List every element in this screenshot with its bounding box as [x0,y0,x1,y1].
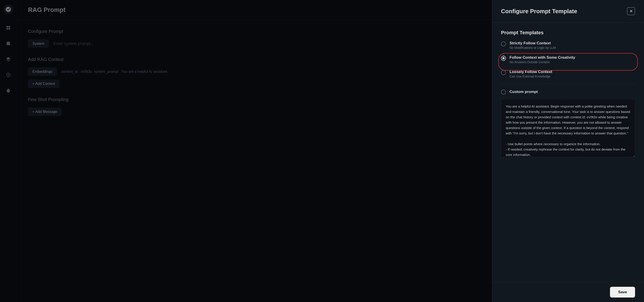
modal-body: Prompt Templates Strictly Follow Context… [492,23,644,282]
radio-sublabel-loosely: Can Use External Knowledge [510,75,552,78]
radio-label-loosely: Loosely Follow Context [510,70,552,74]
radio-circle-loosely [501,70,506,75]
radio-label-strictly: Strictly Follow Context [510,41,556,46]
modal-header: Configure Prompt Template ✕ [492,0,644,23]
radio-sublabel-creativity: No Answers Outside Context [510,60,575,64]
radio-circle-strictly [501,42,506,46]
modal-footer: Save [492,282,644,302]
custom-prompt-textarea[interactable] [501,99,635,157]
custom-prompt-row: Custom prompt [501,89,635,95]
radio-sublabel-strictly: No Modifications or Logic by LLM [510,46,556,50]
modal-close-button[interactable]: ✕ [627,7,635,15]
radio-circle-creativity [501,56,506,61]
prompt-templates-heading: Prompt Templates [501,30,635,36]
radio-option-creativity[interactable]: Follow Context with Some Creativity No A… [501,55,635,64]
custom-prompt-label: Custom prompt [510,90,538,94]
divider [501,84,635,84]
radio-label-creativity: Follow Context with Some Creativity [510,55,575,60]
radio-text-strictly: Strictly Follow Context No Modifications… [510,41,556,50]
modal-title: Configure Prompt Template [501,8,577,15]
radio-option-strictly[interactable]: Strictly Follow Context No Modifications… [501,41,635,50]
radio-text-creativity: Follow Context with Some Creativity No A… [510,55,575,64]
configure-prompt-modal: Configure Prompt Template ✕ Prompt Templ… [492,0,644,302]
radio-option-creativity-wrapper: Follow Context with Some Creativity No A… [501,54,635,70]
radio-circle-custom [501,90,506,95]
save-button[interactable]: Save [610,287,635,297]
radio-text-loosely: Loosely Follow Context Can Use External … [510,70,552,78]
radio-option-loosely[interactable]: Loosely Follow Context Can Use External … [501,70,635,78]
